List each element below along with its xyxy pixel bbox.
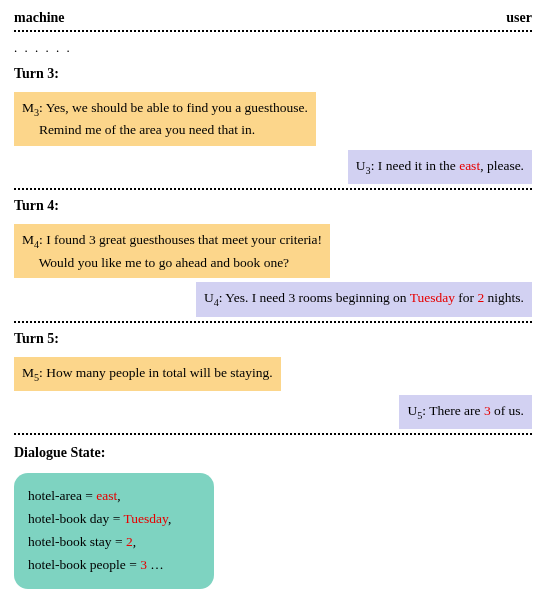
turn-3-machine-bubble: M3: Yes, we should be able to find you a… — [14, 92, 316, 146]
m4-text2: Would you like me to go ahead and book o… — [39, 255, 289, 270]
turn-4-user-bubble: U4: Yes. I need 3 rooms beginning on Tue… — [196, 282, 532, 316]
u4-prefix: U — [204, 290, 214, 305]
state-l2hl: Tuesday — [123, 511, 167, 526]
turn-3-label: Turn 3: — [14, 66, 532, 82]
divider — [14, 433, 532, 435]
dialogue-state-box: hotel-area = east, hotel-book day = Tues… — [14, 473, 214, 589]
divider — [14, 30, 532, 32]
u4-hl1: Tuesday — [410, 290, 455, 305]
m5-text: : How many people in total will be stayi… — [39, 365, 273, 380]
turn-4-machine-bubble: M4: I found 3 great guesthouses that mee… — [14, 224, 330, 278]
state-l1b: , — [117, 488, 120, 503]
turn-4-machine-row: M4: I found 3 great guesthouses that mee… — [14, 224, 532, 278]
m4-prefix: M — [22, 232, 34, 247]
ellipsis: . . . . . . — [14, 40, 532, 56]
state-line-2: hotel-book day = Tuesday, — [28, 508, 200, 531]
header-row: machine user — [14, 10, 532, 26]
turn-4-user-row: U4: Yes. I need 3 rooms beginning on Tue… — [14, 282, 532, 316]
turn-4-label: Turn 4: — [14, 198, 532, 214]
u5-b: of us. — [491, 403, 524, 418]
m3-text2: Remind me of the area you need that in. — [39, 122, 255, 137]
state-l4hl: 3 — [140, 557, 147, 572]
m3-text: : Yes, we should be able to find you a g… — [39, 100, 308, 115]
m4-text: : I found 3 great guesthouses that meet … — [39, 232, 322, 247]
m5-prefix: M — [22, 365, 34, 380]
state-l1hl: east — [96, 488, 117, 503]
dialogue-state-label: Dialogue State: — [14, 445, 532, 461]
turn-5-machine-row: M5: How many people in total will be sta… — [14, 357, 532, 391]
m3-prefix: M — [22, 100, 34, 115]
u4-b: nights. — [484, 290, 524, 305]
u3-prefix: U — [356, 158, 366, 173]
u4-a: : Yes. I need 3 rooms beginning on — [219, 290, 410, 305]
header-machine: machine — [14, 10, 65, 26]
turn-3-user-row: U3: I need it in the east, please. — [14, 150, 532, 184]
turn-5-user-bubble: U5: There are 3 of us. — [399, 395, 532, 429]
turn-3-user-bubble: U3: I need it in the east, please. — [348, 150, 532, 184]
turn-5-machine-bubble: M5: How many people in total will be sta… — [14, 357, 281, 391]
turn-5-user-row: U5: There are 3 of us. — [14, 395, 532, 429]
divider — [14, 188, 532, 190]
state-l3hl: 2 — [126, 534, 133, 549]
state-l4b: … — [147, 557, 164, 572]
turn-5-label: Turn 5: — [14, 331, 532, 347]
header-user: user — [506, 10, 532, 26]
u5-prefix: U — [407, 403, 417, 418]
state-l3b: , — [133, 534, 136, 549]
state-l1a: hotel-area = — [28, 488, 96, 503]
state-l2a: hotel-book day = — [28, 511, 123, 526]
divider — [14, 321, 532, 323]
u5-hl: 3 — [484, 403, 491, 418]
u5-a: : There are — [422, 403, 484, 418]
u4-mid: for — [455, 290, 478, 305]
state-line-3: hotel-book stay = 2, — [28, 531, 200, 554]
u3-hl: east — [459, 158, 480, 173]
state-line-4: hotel-book people = 3 … — [28, 554, 200, 577]
u3-b: , please. — [480, 158, 524, 173]
u3-a: : I need it in the — [371, 158, 459, 173]
turn-3-machine-row: M3: Yes, we should be able to find you a… — [14, 92, 532, 146]
state-line-1: hotel-area = east, — [28, 485, 200, 508]
state-l3a: hotel-book stay = — [28, 534, 126, 549]
state-l2b: , — [168, 511, 171, 526]
state-l4a: hotel-book people = — [28, 557, 140, 572]
